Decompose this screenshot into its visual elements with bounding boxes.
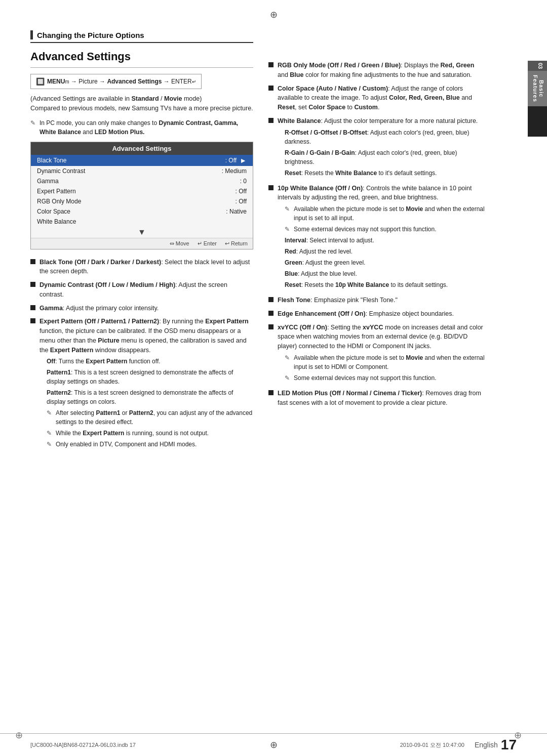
bullet-expert-pattern: Expert Pattern (Off / Pattern1 / Pattern… xyxy=(30,317,253,451)
note-pattern-select: After selecting Pattern1 or Pattern2, yo… xyxy=(47,408,253,427)
bullet-square xyxy=(268,118,274,123)
bullet-led-motion-plus: LED Motion Plus (Off / Normal / Cinema /… xyxy=(268,389,486,408)
bullet-square xyxy=(30,305,35,310)
right-bullets: RGB Only Mode (Off / Red / Green / Blue)… xyxy=(268,61,486,407)
note-xvycc-movie: Available when the picture mode is set t… xyxy=(285,353,486,371)
row-label-rgb-only-mode: RGB Only Mode xyxy=(37,198,81,205)
page-number-label: English xyxy=(475,741,498,749)
settings-row-gamma: Gamma : 0 xyxy=(31,176,253,186)
settings-row-white-balance: White Balance xyxy=(31,217,253,227)
bullet-square xyxy=(30,282,35,287)
bullet-content-dynamic-contrast: Dynamic Contrast (Off / Low / Medium / H… xyxy=(40,280,253,300)
page-number-area: English 17 xyxy=(475,737,517,753)
row-label-gamma: Gamma xyxy=(37,178,59,185)
sub-pattern2: Pattern2: This is a test screen designed… xyxy=(47,388,253,406)
reg-mark-top: ⊕ xyxy=(270,9,278,20)
intro-text: (Advanced Settings are available in Stan… xyxy=(30,94,253,113)
bullet-content-color-space: Color Space (Auto / Native / Custom): Ad… xyxy=(278,84,486,112)
right-column: RGB Only Mode (Off / Red / Green / Blue)… xyxy=(268,30,486,456)
scroll-indicator: ▼ xyxy=(31,227,253,238)
note-xvycc-devices: Some external devices may not support th… xyxy=(285,373,486,383)
row-value-black-tone: : Off ► xyxy=(225,156,247,164)
nav-move: ⇔ Move xyxy=(170,240,189,247)
bullet-content-gamma: Gamma: Adjust the primary color intensit… xyxy=(40,304,253,313)
sub-pattern1: Pattern1: This is a test screen designed… xyxy=(47,368,253,386)
nav-return: ↩ Return xyxy=(225,240,248,247)
row-label-dynamic-contrast: Dynamic Contrast xyxy=(37,167,85,175)
bullet-content-rgb-only-mode: RGB Only Mode (Off / Red / Green / Blue)… xyxy=(278,61,486,80)
side-tab-black xyxy=(528,106,547,137)
bullet-gamma: Gamma: Adjust the primary color intensit… xyxy=(30,304,253,313)
section-heading-text: Changing the Picture Options xyxy=(37,31,144,39)
bullet-square xyxy=(268,297,274,302)
bullet-content-expert-pattern: Expert Pattern (Off / Pattern1 / Pattern… xyxy=(40,317,253,451)
page-footer: [UC8000-NA]BN68-02712A-06L03.indb 17 ⊕ 2… xyxy=(0,733,547,756)
sub-green: Green: Adjust the green level. xyxy=(285,258,486,267)
footer-reg-mark: ⊕ xyxy=(270,739,278,750)
row-arrow-black-tone: ► xyxy=(240,156,247,164)
bullet-edge-enhancement: Edge Enhancement (Off / On): Emphasize o… xyxy=(268,309,486,319)
heading-bar xyxy=(30,30,33,39)
sub-reset-10p: Reset: Resets the 10p White Balance to i… xyxy=(285,280,486,289)
sub-off: Off: Turns the Expert Pattern function o… xyxy=(47,357,253,366)
settings-row-expert-pattern: Expert Pattern : Off xyxy=(31,186,253,196)
note1: In PC mode, you can only make changes to… xyxy=(30,118,253,137)
menu-icon: 🔲 xyxy=(36,77,45,86)
main-content: Changing the Picture Options Advanced Se… xyxy=(0,20,528,466)
bullet-content-edge-enhancement: Edge Enhancement (Off / On): Emphasize o… xyxy=(278,309,486,319)
footer-right-text: 2010-09-01 오전 10:47:00 xyxy=(400,741,464,749)
enter-icon: ↵ xyxy=(198,240,202,247)
row-value-dynamic-contrast: : Medium xyxy=(222,167,247,175)
row-label-expert-pattern: Expert Pattern xyxy=(37,188,76,195)
note-pattern-sound: While the Expert Pattern is running, sou… xyxy=(47,429,253,438)
bullet-content-white-balance: White Balance: Adjust the color temperat… xyxy=(278,116,486,180)
side-tab-label: Basic Features xyxy=(528,71,547,106)
bullet-xvycc: xvYCC (Off / On): Setting the xvYCC mode… xyxy=(268,323,486,385)
bullet-square xyxy=(268,86,274,91)
bullet-square xyxy=(268,62,274,67)
bullet-black-tone: Black Tone (Off / Dark / Darker / Darkes… xyxy=(30,258,253,277)
row-label-white-balance: White Balance xyxy=(37,218,76,225)
settings-nav-row: ⇔ Move ↵ Enter ↩ Return xyxy=(31,238,253,249)
move-icon: ⇔ xyxy=(170,240,174,247)
settings-row-rgb-only-mode: RGB Only Mode : Off xyxy=(31,196,253,206)
footer-left-text: [UC8000-NA]BN68-02712A-06L03.indb 17 xyxy=(30,742,136,748)
bullet-square xyxy=(30,259,35,264)
bullet-rgb-only-mode: RGB Only Mode (Off / Red / Green / Blue)… xyxy=(268,61,486,80)
row-value-gamma: : 0 xyxy=(240,178,247,185)
side-tab-number: 03 xyxy=(528,61,547,71)
note-10p-devices: Some external devices may not support th… xyxy=(285,225,486,234)
bullet-color-space: Color Space (Auto / Native / Custom): Ad… xyxy=(268,84,486,112)
row-value-rgb-only-mode: : Off xyxy=(236,198,247,205)
bullet-10p-white-balance: 10p White Balance (Off / On): Controls t… xyxy=(268,184,486,292)
row-label-black-tone: Black Tone xyxy=(37,157,66,164)
page-container: ⊕ 03 Basic Features Changing the Picture… xyxy=(0,0,547,756)
row-label-color-space: Color Space xyxy=(37,208,70,215)
side-tab: 03 Basic Features xyxy=(528,61,547,137)
bullet-square xyxy=(268,185,274,190)
sub-red: Red: Adjust the red level. xyxy=(285,247,486,256)
bullet-content-led-motion-plus: LED Motion Plus (Off / Normal / Cinema /… xyxy=(278,389,486,408)
menu-path-box: 🔲 MENUm → Picture → Advanced Settings → … xyxy=(30,74,202,89)
settings-row-black-tone: Black Tone : Off ► xyxy=(31,155,253,166)
bullet-square xyxy=(268,390,274,395)
left-bullets: Black Tone (Off / Dark / Darker / Darkes… xyxy=(30,258,253,451)
settings-table-title: Advanced Settings xyxy=(31,142,253,155)
bullet-content-10p-white-balance: 10p White Balance (Off / On): Controls t… xyxy=(278,184,486,292)
sub-reset-wb: Reset: Resets the White Balance to it's … xyxy=(285,169,486,178)
bullet-dynamic-contrast: Dynamic Contrast (Off / Low / Medium / H… xyxy=(30,280,253,300)
section-heading: Changing the Picture Options xyxy=(30,30,253,43)
bullet-square xyxy=(30,318,35,323)
bullet-content-xvycc: xvYCC (Off / On): Setting the xvYCC mode… xyxy=(278,323,486,385)
bullet-white-balance: White Balance: Adjust the color temperat… xyxy=(268,116,486,180)
row-value-expert-pattern: : Off xyxy=(236,188,247,195)
note-10p-movie: Available when the picture mode is set t… xyxy=(285,204,486,223)
nav-enter: ↵ Enter xyxy=(198,240,217,247)
page-subtitle: Advanced Settings xyxy=(30,50,253,68)
page-number-num: 17 xyxy=(501,737,517,753)
sub-r-gain: R-Gain / G-Gain / B-Gain: Adjust each co… xyxy=(285,148,486,166)
settings-table: Advanced Settings Black Tone : Off ► Dyn… xyxy=(30,142,253,249)
row-value-color-space: : Native xyxy=(226,208,247,215)
sub-interval: Interval: Select interval to adjust. xyxy=(285,236,486,245)
bullet-flesh-tone: Flesh Tone: Emphasize pink "Flesh Tone." xyxy=(268,296,486,305)
